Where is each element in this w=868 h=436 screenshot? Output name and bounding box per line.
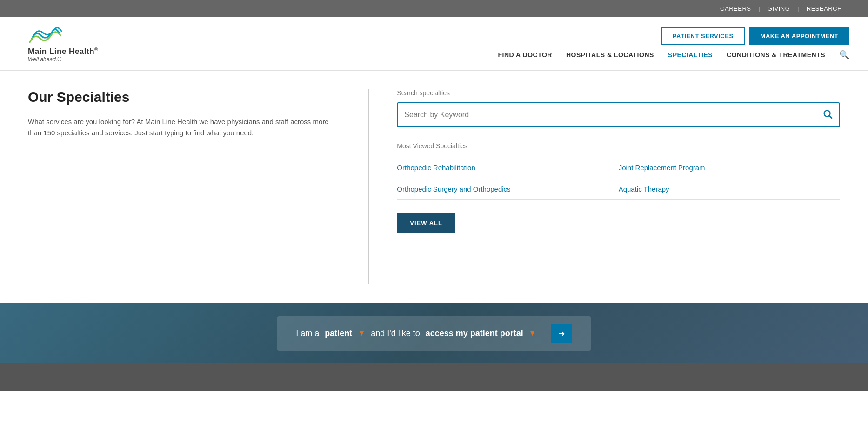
- nav-conditions-treatments[interactable]: CONDITIONS & TREATMENTS: [727, 51, 825, 59]
- header-buttons: PATIENT SERVICES MAKE AN APPOINTMENT: [661, 27, 849, 45]
- careers-link[interactable]: CAREERS: [713, 5, 758, 12]
- utility-bar: CAREERS | GIVING | RESEARCH: [0, 0, 868, 17]
- research-link[interactable]: RESEARCH: [799, 5, 849, 12]
- search-label: Search specialties: [397, 89, 840, 97]
- right-panel: Search specialties Most Viewed Specialti…: [369, 89, 840, 284]
- footer-dark: [0, 363, 868, 391]
- banner-dropdown-icon[interactable]: ▼: [358, 329, 365, 337]
- page-description: What services are you looking for? At Ma…: [28, 116, 341, 139]
- bottom-banner: I am a patient ▼ and I'd like to access …: [0, 303, 868, 363]
- most-viewed-label: Most Viewed Specialties: [397, 142, 840, 150]
- search-input[interactable]: [404, 103, 822, 126]
- banner-mid: and I'd like to: [371, 329, 420, 338]
- search-box: [397, 102, 840, 127]
- svg-line-1: [829, 116, 832, 118]
- giving-link[interactable]: GIVING: [760, 5, 798, 12]
- header-right: PATIENT SERVICES MAKE AN APPOINTMENT FIN…: [498, 27, 849, 60]
- search-btn-icon: [822, 109, 833, 119]
- banner-prefix: I am a: [296, 329, 319, 338]
- site-header: Main Line Health® Well ahead.® PATIENT S…: [0, 17, 868, 71]
- nav-hospitals-locations[interactable]: HOSPITALS & LOCATIONS: [566, 51, 654, 59]
- nav-find-a-doctor[interactable]: FIND A DOCTOR: [498, 51, 552, 59]
- logo-name: Main Line Health: [28, 47, 94, 56]
- main-nav: FIND A DOCTOR HOSPITALS & LOCATIONS SPEC…: [498, 50, 849, 60]
- specialty-orthopedic-rehab[interactable]: Orthopedic Rehabilitation: [397, 157, 618, 178]
- logo-area: Main Line Health® Well ahead.®: [19, 17, 107, 70]
- specialty-aquatic-therapy[interactable]: Aquatic Therapy: [619, 178, 840, 200]
- main-content: Our Specialties What services are you lo…: [0, 71, 868, 303]
- view-all-button[interactable]: VIEW ALL: [397, 213, 455, 233]
- logo-tagline: Well ahead.®: [28, 56, 61, 63]
- banner-portal-dropdown-icon[interactable]: ▼: [529, 329, 536, 337]
- banner-portal-label[interactable]: access my patient portal: [426, 329, 523, 338]
- bottom-banner-content: I am a patient ▼ and I'd like to access …: [277, 316, 590, 351]
- specialty-joint-replacement[interactable]: Joint Replacement Program: [619, 157, 840, 178]
- logo-symbol: ®: [94, 47, 98, 52]
- specialty-orthopedic-surgery[interactable]: Orthopedic Surgery and Orthopedics: [397, 178, 618, 200]
- nav-specialties[interactable]: SPECIALTIES: [668, 51, 713, 59]
- search-icon[interactable]: 🔍: [839, 50, 849, 60]
- make-appointment-button[interactable]: MAKE AN APPOINTMENT: [749, 27, 849, 45]
- specialties-grid: Orthopedic Rehabilitation Joint Replacem…: [397, 157, 840, 200]
- search-submit-button[interactable]: [822, 109, 833, 121]
- logo-svg: [28, 24, 65, 45]
- left-panel: Our Specialties What services are you lo…: [28, 89, 369, 284]
- page-title: Our Specialties: [28, 89, 341, 105]
- portal-button[interactable]: ➜: [551, 324, 572, 343]
- patient-services-button[interactable]: PATIENT SERVICES: [661, 27, 745, 45]
- banner-patient-label[interactable]: patient: [325, 329, 352, 338]
